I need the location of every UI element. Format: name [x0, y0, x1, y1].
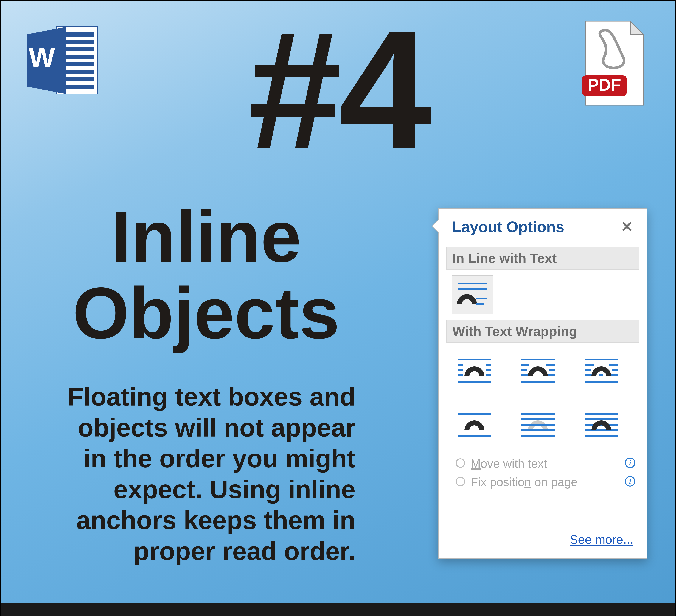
wrap-option-behind-text[interactable]	[517, 406, 558, 443]
wrap-option-through[interactable]	[581, 352, 622, 389]
wrap-tight-icon	[519, 356, 557, 386]
info-icon[interactable]: i	[625, 457, 635, 468]
radio-icon	[456, 477, 465, 486]
layout-options-panel: Layout Options ✕ In Line with Text With …	[438, 208, 647, 559]
radio-move-with-text[interactable]: Move with text i	[456, 456, 635, 471]
wrap-behind-text-icon	[519, 410, 557, 440]
tip-title: Inline Objects	[57, 198, 355, 351]
section-inline-with-text: In Line with Text	[446, 247, 639, 269]
info-icon[interactable]: i	[625, 476, 635, 487]
wrap-option-in-front-of-text[interactable]	[581, 406, 622, 443]
panel-callout-notch	[433, 220, 439, 233]
tip-number: #4	[1, 0, 675, 186]
wrap-top-bottom-icon	[456, 410, 493, 440]
radio-fix-position[interactable]: Fix position on page i	[456, 475, 635, 489]
section-with-text-wrapping: With Text Wrapping	[446, 320, 639, 343]
wrap-option-square[interactable]	[454, 352, 495, 389]
wrap-option-top-bottom[interactable]	[454, 406, 495, 443]
wrap-front-text-icon	[583, 410, 620, 440]
wrap-option-tight[interactable]	[517, 352, 558, 389]
inline-with-text-icon	[456, 280, 489, 310]
wrap-square-icon	[456, 356, 493, 386]
inline-with-text-option[interactable]	[452, 275, 493, 314]
see-more-link[interactable]: See more...	[570, 533, 633, 547]
layout-options-title: Layout Options	[452, 218, 564, 236]
bottom-bar	[1, 603, 675, 616]
radio-fix-label: Fix position on page	[471, 475, 619, 489]
wrap-through-icon	[583, 356, 620, 386]
close-icon[interactable]: ✕	[621, 218, 633, 236]
radio-move-label: Move with text	[471, 456, 619, 471]
tip-description: Floating text boxes and objects will not…	[57, 381, 355, 567]
radio-icon	[456, 458, 465, 468]
